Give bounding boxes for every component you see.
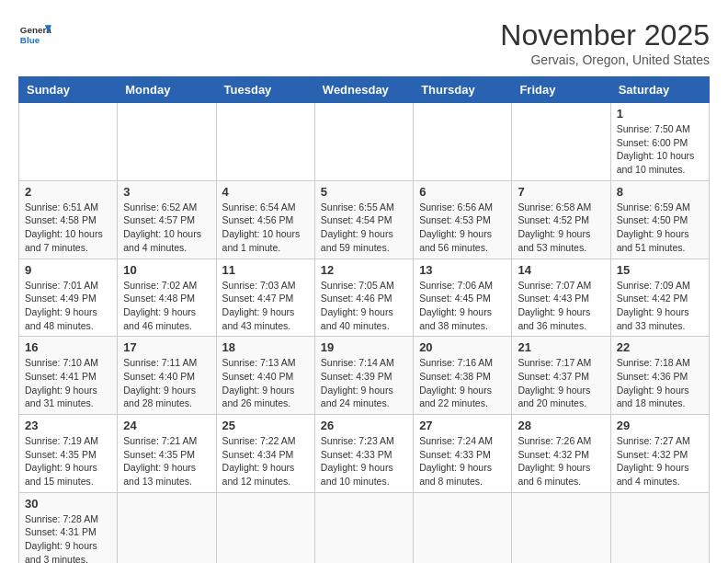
day-number: 24 (123, 419, 210, 432)
day-info: Sunrise: 7:17 AM Sunset: 4:37 PM Dayligh… (518, 356, 604, 410)
day-info: Sunrise: 7:28 AM Sunset: 4:31 PM Dayligh… (25, 512, 111, 563)
logo: General Blue (18, 18, 51, 52)
day-info: Sunrise: 7:01 AM Sunset: 4:49 PM Dayligh… (25, 279, 111, 333)
calendar-cell: 9Sunrise: 7:01 AM Sunset: 4:49 PM Daylig… (19, 259, 118, 337)
day-number: 25 (222, 419, 309, 432)
calendar-cell: 17Sunrise: 7:11 AM Sunset: 4:40 PM Dayli… (118, 337, 216, 415)
day-number: 27 (419, 419, 506, 432)
day-info: Sunrise: 6:59 AM Sunset: 4:50 PM Dayligh… (617, 201, 703, 255)
day-number: 20 (419, 340, 506, 354)
day-number: 6 (419, 185, 506, 199)
day-number: 13 (419, 263, 506, 277)
calendar-week-row: 16Sunrise: 7:10 AM Sunset: 4:41 PM Dayli… (19, 337, 710, 415)
col-header-wednesday: Wednesday (314, 77, 413, 103)
calendar-cell: 28Sunrise: 7:26 AM Sunset: 4:32 PM Dayli… (512, 415, 610, 493)
calendar-cell: 30Sunrise: 7:28 AM Sunset: 4:31 PM Dayli… (19, 492, 118, 563)
col-header-saturday: Saturday (610, 77, 709, 103)
day-info: Sunrise: 7:50 AM Sunset: 6:00 PM Dayligh… (617, 122, 703, 177)
day-number: 16 (25, 340, 111, 354)
calendar-week-row: 9Sunrise: 7:01 AM Sunset: 4:49 PM Daylig… (19, 259, 710, 337)
day-info: Sunrise: 6:51 AM Sunset: 4:58 PM Dayligh… (25, 201, 111, 255)
day-number: 22 (617, 340, 703, 354)
calendar-cell (19, 103, 118, 181)
calendar-week-row: 30Sunrise: 7:28 AM Sunset: 4:31 PM Dayli… (19, 492, 710, 563)
day-info: Sunrise: 6:58 AM Sunset: 4:52 PM Dayligh… (518, 201, 604, 255)
day-info: Sunrise: 7:26 AM Sunset: 4:32 PM Dayligh… (518, 434, 604, 488)
day-info: Sunrise: 7:23 AM Sunset: 4:33 PM Dayligh… (321, 434, 407, 488)
day-info: Sunrise: 7:14 AM Sunset: 4:39 PM Dayligh… (321, 356, 407, 410)
day-info: Sunrise: 7:09 AM Sunset: 4:42 PM Dayligh… (617, 279, 703, 333)
day-number: 11 (222, 263, 309, 277)
calendar-cell: 22Sunrise: 7:18 AM Sunset: 4:36 PM Dayli… (610, 337, 709, 415)
day-number: 12 (321, 263, 407, 277)
day-number: 1 (617, 107, 703, 121)
calendar-cell (512, 492, 610, 563)
calendar-cell (414, 492, 512, 563)
col-header-thursday: Thursday (414, 77, 512, 103)
day-number: 30 (25, 497, 111, 511)
calendar-cell: 6Sunrise: 6:56 AM Sunset: 4:53 PM Daylig… (414, 180, 512, 259)
col-header-tuesday: Tuesday (216, 77, 314, 103)
calendar-cell (118, 492, 216, 563)
day-info: Sunrise: 7:13 AM Sunset: 4:40 PM Dayligh… (222, 356, 309, 410)
day-number: 14 (518, 263, 604, 277)
calendar-cell (314, 103, 413, 181)
day-info: Sunrise: 7:18 AM Sunset: 4:36 PM Dayligh… (617, 356, 703, 410)
calendar-cell: 16Sunrise: 7:10 AM Sunset: 4:41 PM Dayli… (19, 337, 118, 415)
calendar-cell: 21Sunrise: 7:17 AM Sunset: 4:37 PM Dayli… (512, 337, 610, 415)
day-info: Sunrise: 7:11 AM Sunset: 4:40 PM Dayligh… (123, 356, 210, 410)
col-header-friday: Friday (512, 77, 610, 103)
day-info: Sunrise: 7:02 AM Sunset: 4:48 PM Dayligh… (123, 279, 210, 333)
calendar-cell: 12Sunrise: 7:05 AM Sunset: 4:46 PM Dayli… (314, 259, 413, 337)
day-info: Sunrise: 6:55 AM Sunset: 4:54 PM Dayligh… (321, 201, 407, 255)
calendar-cell (414, 103, 512, 181)
calendar-week-row: 23Sunrise: 7:19 AM Sunset: 4:35 PM Dayli… (19, 415, 710, 493)
calendar-header-row: SundayMondayTuesdayWednesdayThursdayFrid… (19, 77, 710, 103)
day-number: 5 (321, 185, 407, 199)
title-block: November 2025 Gervais, Oregon, United St… (500, 18, 710, 67)
day-info: Sunrise: 7:21 AM Sunset: 4:35 PM Dayligh… (123, 434, 210, 488)
calendar-cell (610, 492, 709, 563)
calendar-cell: 20Sunrise: 7:16 AM Sunset: 4:38 PM Dayli… (414, 337, 512, 415)
day-number: 21 (518, 340, 604, 354)
calendar-cell: 24Sunrise: 7:21 AM Sunset: 4:35 PM Dayli… (118, 415, 216, 493)
day-number: 8 (617, 185, 703, 199)
day-info: Sunrise: 7:10 AM Sunset: 4:41 PM Dayligh… (25, 356, 111, 410)
generalblue-logo-icon: General Blue (18, 18, 51, 52)
calendar-cell: 7Sunrise: 6:58 AM Sunset: 4:52 PM Daylig… (512, 180, 610, 259)
day-number: 19 (321, 340, 407, 354)
calendar-cell: 14Sunrise: 7:07 AM Sunset: 4:43 PM Dayli… (512, 259, 610, 337)
day-info: Sunrise: 7:05 AM Sunset: 4:46 PM Dayligh… (321, 279, 407, 333)
calendar-cell (216, 492, 314, 563)
day-number: 26 (321, 419, 407, 432)
calendar-cell: 10Sunrise: 7:02 AM Sunset: 4:48 PM Dayli… (118, 259, 216, 337)
day-info: Sunrise: 7:27 AM Sunset: 4:32 PM Dayligh… (617, 434, 703, 488)
day-info: Sunrise: 7:03 AM Sunset: 4:47 PM Dayligh… (222, 279, 309, 333)
col-header-monday: Monday (118, 77, 216, 103)
calendar-cell: 11Sunrise: 7:03 AM Sunset: 4:47 PM Dayli… (216, 259, 314, 337)
calendar-cell (314, 492, 413, 563)
calendar-table: SundayMondayTuesdayWednesdayThursdayFrid… (18, 76, 710, 563)
calendar-cell: 15Sunrise: 7:09 AM Sunset: 4:42 PM Dayli… (610, 259, 709, 337)
day-number: 18 (222, 340, 309, 354)
calendar-cell: 2Sunrise: 6:51 AM Sunset: 4:58 PM Daylig… (19, 180, 118, 259)
page-header: General Blue November 2025 Gervais, Oreg… (18, 18, 710, 67)
day-number: 17 (123, 340, 210, 354)
calendar-cell: 8Sunrise: 6:59 AM Sunset: 4:50 PM Daylig… (610, 180, 709, 259)
day-number: 3 (123, 185, 210, 199)
calendar-cell: 23Sunrise: 7:19 AM Sunset: 4:35 PM Dayli… (19, 415, 118, 493)
day-number: 29 (617, 419, 703, 432)
calendar-cell: 25Sunrise: 7:22 AM Sunset: 4:34 PM Dayli… (216, 415, 314, 493)
day-number: 2 (25, 185, 111, 199)
calendar-cell: 19Sunrise: 7:14 AM Sunset: 4:39 PM Dayli… (314, 337, 413, 415)
day-number: 28 (518, 419, 604, 432)
calendar-cell: 18Sunrise: 7:13 AM Sunset: 4:40 PM Dayli… (216, 337, 314, 415)
day-info: Sunrise: 6:54 AM Sunset: 4:56 PM Dayligh… (222, 201, 309, 255)
svg-text:Blue: Blue (20, 35, 40, 45)
calendar-cell: 1Sunrise: 7:50 AM Sunset: 6:00 PM Daylig… (610, 103, 709, 181)
calendar-cell: 3Sunrise: 6:52 AM Sunset: 4:57 PM Daylig… (118, 180, 216, 259)
day-number: 15 (617, 263, 703, 277)
day-info: Sunrise: 7:06 AM Sunset: 4:45 PM Dayligh… (419, 279, 506, 333)
calendar-cell: 26Sunrise: 7:23 AM Sunset: 4:33 PM Dayli… (314, 415, 413, 493)
day-info: Sunrise: 7:24 AM Sunset: 4:33 PM Dayligh… (419, 434, 506, 488)
